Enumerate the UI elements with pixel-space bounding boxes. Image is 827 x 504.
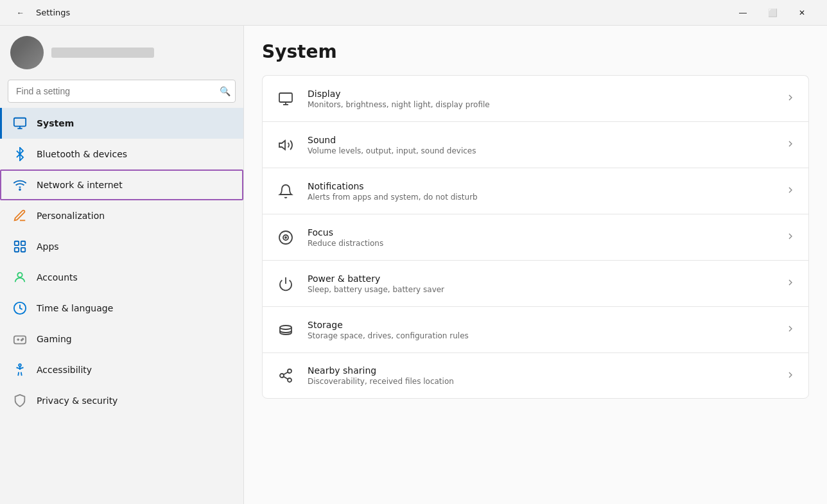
close-button[interactable]: ✕ [787,0,817,26]
svg-rect-10 [14,336,26,343]
setting-desc-sound: Volume levels, output, input, sound devi… [308,146,774,155]
setting-item-storage[interactable]: StorageStorage space, drives, configurat… [262,306,809,352]
chevron-right-icon [785,185,796,197]
sidebar-item-label-accounts: Accounts [37,272,78,282]
window-controls: — ⬜ ✕ [728,0,817,26]
chevron-right-icon [785,231,796,243]
notifications-icon [275,181,296,202]
setting-desc-storage: Storage space, drives, configuration rul… [308,331,774,340]
profile-name [51,48,154,58]
chevron-right-icon [785,139,796,151]
avatar[interactable] [10,36,44,69]
profile-section [0,26,243,77]
setting-desc-notifications: Alerts from apps and system, do not dist… [308,193,774,202]
back-button[interactable]: ← [10,0,31,26]
svg-rect-16 [279,93,292,102]
apps-icon [12,239,28,254]
sidebar-item-privacy[interactable]: Privacy & security [0,385,243,416]
setting-title-nearby: Nearby sharing [308,365,774,376]
svg-point-26 [288,378,292,382]
sidebar-item-personalization[interactable]: Personalization [0,200,243,231]
setting-title-storage: Storage [308,320,774,330]
sidebar-item-apps[interactable]: Apps [0,231,243,262]
setting-desc-power: Sleep, battery usage, battery saver [308,285,774,294]
sidebar-item-label-system: System [37,118,74,128]
svg-rect-0 [14,118,26,126]
sidebar-item-label-accessibility: Accessibility [37,365,92,375]
maximize-button[interactable]: ⬜ [758,0,787,26]
settings-list: DisplayMonitors, brightness, night light… [262,75,809,399]
time-icon [12,300,28,316]
setting-desc-display: Monitors, brightness, night light, displ… [308,100,774,109]
setting-text-sound: SoundVolume levels, output, input, sound… [308,135,774,155]
accessibility-icon [12,362,28,378]
svg-point-22 [285,237,286,238]
sound-icon [275,135,296,155]
svg-point-23 [280,326,292,329]
personalization-icon [12,208,28,223]
setting-text-nearby: Nearby sharingDiscoverability, received … [308,365,774,386]
svg-point-15 [19,364,21,367]
privacy-icon [12,393,28,408]
sidebar-item-label-time: Time & language [37,303,113,313]
sidebar-nav: SystemBluetooth & devicesNetwork & inter… [0,108,243,504]
setting-desc-focus: Reduce distractions [308,239,774,248]
sidebar-item-label-apps: Apps [37,241,59,252]
network-icon [12,177,28,193]
page-title: System [262,41,809,62]
power-icon [275,274,296,294]
svg-line-27 [284,377,288,379]
setting-item-power[interactable]: Power & batterySleep, battery usage, bat… [262,260,809,306]
storage-icon [275,320,296,340]
search-box: 🔍 [8,80,236,103]
bluetooth-icon [12,146,28,162]
svg-rect-5 [21,241,25,245]
sidebar-item-bluetooth[interactable]: Bluetooth & devices [0,139,243,169]
title-bar-title: Settings [36,8,70,17]
setting-title-focus: Focus [308,227,774,238]
search-icon-button[interactable]: 🔍 [220,86,231,96]
sidebar-item-accounts[interactable]: Accounts [0,262,243,293]
setting-title-notifications: Notifications [308,181,774,191]
sidebar-item-label-network: Network & internet [37,180,123,190]
gaming-icon [12,331,28,347]
setting-text-display: DisplayMonitors, brightness, night light… [308,89,774,109]
system-icon [12,116,28,131]
minimize-button[interactable]: — [728,0,758,26]
setting-text-notifications: NotificationsAlerts from apps and system… [308,181,774,202]
sidebar-item-system[interactable]: System [0,108,243,139]
sidebar-item-label-personalization: Personalization [37,211,105,221]
setting-item-notifications[interactable]: NotificationsAlerts from apps and system… [262,168,809,214]
sidebar-item-time[interactable]: Time & language [0,293,243,324]
setting-title-sound: Sound [308,135,774,145]
sidebar-item-accessibility[interactable]: Accessibility [0,354,243,385]
setting-text-power: Power & batterySleep, battery usage, bat… [308,274,774,294]
setting-title-power: Power & battery [308,274,774,284]
setting-desc-nearby: Discoverability, received files location [308,377,774,386]
svg-point-8 [17,273,22,277]
nearby-icon [275,365,296,386]
svg-line-28 [284,372,288,375]
svg-point-24 [288,369,292,373]
accounts-icon [12,270,28,285]
sidebar-item-gaming[interactable]: Gaming [0,324,243,354]
sidebar-item-network[interactable]: Network & internet [0,169,243,200]
setting-item-display[interactable]: DisplayMonitors, brightness, night light… [262,75,809,121]
svg-point-25 [280,374,284,378]
svg-rect-7 [15,248,19,252]
setting-text-storage: StorageStorage space, drives, configurat… [308,320,774,340]
setting-item-focus[interactable]: FocusReduce distractions [262,214,809,260]
svg-rect-6 [21,248,25,252]
setting-title-display: Display [308,89,774,99]
sidebar-item-label-privacy: Privacy & security [37,395,118,406]
chevron-right-icon [785,324,796,336]
setting-item-nearby[interactable]: Nearby sharingDiscoverability, received … [262,352,809,399]
main-panel: System DisplayMonitors, brightness, nigh… [244,26,827,504]
svg-point-3 [19,189,21,190]
search-input[interactable] [8,80,236,103]
sidebar-item-label-gaming: Gaming [37,334,72,344]
setting-text-focus: FocusReduce distractions [308,227,774,248]
sidebar-item-label-bluetooth: Bluetooth & devices [37,149,127,159]
svg-rect-4 [15,241,19,245]
setting-item-sound[interactable]: SoundVolume levels, output, input, sound… [262,121,809,168]
